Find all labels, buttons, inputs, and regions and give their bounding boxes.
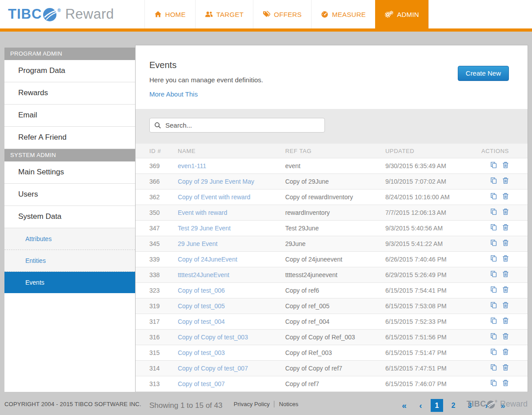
sidebar-item-email[interactable]: Email [4, 105, 135, 127]
sidebar-subitem-attributes[interactable]: Attributes [4, 228, 135, 250]
cell-updated: 6/15/2015 7:53:08 PM [385, 298, 481, 314]
cell-ref-tag: Test 29June [285, 221, 385, 236]
copy-icon[interactable] [490, 161, 497, 169]
copy-icon[interactable] [490, 317, 497, 324]
cell-actions [481, 314, 528, 330]
cell-updated: 9/10/2015 7:07:02 AM [385, 174, 481, 189]
page-subtitle: Here you can manage event definitios. [149, 76, 509, 84]
event-name-link[interactable]: Copy of 24JuneEvent [178, 256, 237, 263]
sidebar-item-refer-a-friend[interactable]: Refer A Friend [4, 127, 135, 149]
footer-logo-reward-text: Reward [500, 399, 528, 409]
cell-actions [481, 189, 528, 205]
cell-name: Copy of test_007 [178, 376, 285, 392]
copy-icon[interactable] [490, 208, 497, 215]
table-row: 362 Copy of Event with reward Copy of re… [136, 189, 528, 205]
cell-name: Copy of Copy of test_003 [178, 330, 285, 345]
sidebar-item-system-data[interactable]: System Data [4, 206, 135, 228]
trash-icon[interactable] [502, 224, 509, 231]
trash-icon[interactable] [502, 364, 509, 371]
event-name-link[interactable]: Copy of test_007 [178, 380, 225, 387]
table-row: 339 Copy of 24JuneEvent Copy of 24juneev… [136, 252, 528, 267]
cell-actions [481, 221, 528, 236]
event-name-link[interactable]: Copy of test_006 [178, 287, 225, 294]
sidebar-item-program-data[interactable]: Program Data [4, 60, 135, 82]
search-input[interactable] [165, 121, 320, 129]
create-new-button[interactable]: Create New [458, 66, 509, 81]
copy-icon[interactable] [490, 333, 497, 340]
trash-icon[interactable] [502, 208, 509, 215]
trash-icon[interactable] [502, 302, 509, 309]
event-name-link[interactable]: Test 29 June Event [178, 225, 231, 232]
nav-tab-label: TARGET [216, 11, 244, 18]
copy-icon[interactable] [490, 364, 497, 371]
cell-name: Copy of test_004 [178, 314, 285, 330]
nav-tab-measure[interactable]: MEASURE [311, 0, 375, 28]
copy-icon[interactable] [490, 348, 497, 355]
sidebar-subitem-events[interactable]: Events [4, 272, 135, 293]
events-panel: Events Here you can manage event definit… [135, 45, 528, 392]
cell-ref-tag: Copy of Copy of Ref_003 [285, 330, 385, 345]
copy-icon[interactable] [490, 224, 497, 231]
column-header-name: NAME [178, 144, 285, 158]
cell-name: Copy of Event with reward [178, 189, 285, 205]
trash-icon[interactable] [502, 379, 509, 387]
event-name-link[interactable]: Copy of 29 June Event May [178, 178, 254, 185]
copy-icon[interactable] [490, 177, 497, 184]
event-name-link[interactable]: Copy of test_005 [178, 302, 225, 310]
trash-icon[interactable] [502, 286, 509, 293]
trash-icon[interactable] [502, 177, 509, 184]
event-name-link[interactable]: Copy of Copy of test_003 [178, 334, 248, 341]
event-name-link[interactable]: ttttest24JuneEvent [178, 271, 229, 278]
trash-icon[interactable] [502, 255, 509, 262]
trash-icon[interactable] [502, 270, 509, 278]
event-name-link[interactable]: Event with reward [178, 209, 227, 216]
event-name-link[interactable]: Copy of test_004 [178, 318, 225, 325]
privacy-policy-link[interactable]: Privacy Policy [234, 401, 270, 407]
notices-link[interactable]: Notices [279, 401, 298, 407]
table-row: 313 Copy of test_007 Copy of ref7 6/15/2… [136, 376, 528, 392]
admin-sidebar: PROGRAM ADMIN Program Data Rewards Email… [4, 48, 135, 392]
copy-icon[interactable] [490, 239, 497, 246]
table-row: 369 even1-111 event 9/30/2015 6:35:49 AM [136, 158, 528, 174]
cell-ref-tag: Copy of ref_005 [285, 298, 385, 314]
gears-icon [385, 11, 393, 18]
nav-tab-home[interactable]: HOME [144, 0, 195, 28]
copy-icon[interactable] [490, 270, 497, 278]
nav-tab-label: ADMIN [397, 11, 419, 18]
trash-icon[interactable] [502, 193, 509, 200]
table-row: 315 Copy of test_003 Copy of Ref_003 6/1… [136, 345, 528, 361]
trash-icon[interactable] [502, 333, 509, 340]
nav-tab-offers[interactable]: OFFERS [253, 0, 311, 28]
cell-updated: 9/30/2015 6:35:49 AM [385, 158, 481, 174]
trash-icon[interactable] [502, 348, 509, 355]
sidebar-item-main-settings[interactable]: Main Settings [4, 161, 135, 184]
trash-icon[interactable] [502, 317, 509, 324]
cell-actions [481, 298, 528, 314]
copy-icon[interactable] [490, 302, 497, 309]
cell-actions [481, 174, 528, 189]
event-name-link[interactable]: Copy of Event with reward [178, 193, 250, 201]
sidebar-subitem-entities[interactable]: Entities [4, 250, 135, 272]
copy-icon[interactable] [490, 255, 497, 262]
event-name-link[interactable]: even1-111 [178, 162, 206, 169]
cell-updated: 6/29/2015 5:26:49 PM [385, 267, 481, 283]
cell-updated: 8/24/2015 10:16:00 AM [385, 189, 481, 205]
sidebar-item-rewards[interactable]: Rewards [4, 82, 135, 105]
event-name-link[interactable]: 29 June Event [178, 240, 218, 247]
copy-icon[interactable] [490, 193, 497, 200]
cell-id: 338 [136, 267, 178, 283]
nav-tab-admin[interactable]: ADMIN [375, 0, 429, 28]
sidebar-item-users[interactable]: Users [4, 184, 135, 206]
tibco-swirl-icon-gray [487, 400, 495, 409]
copy-icon[interactable] [490, 286, 497, 293]
trash-icon[interactable] [502, 239, 509, 246]
cell-name: 29 June Event [178, 236, 285, 252]
more-about-this-link[interactable]: More About This [149, 90, 198, 98]
event-name-link[interactable]: Copy of Copy of test_007 [178, 365, 248, 372]
nav-tab-target[interactable]: TARGET [195, 0, 253, 28]
trash-icon[interactable] [502, 161, 509, 169]
cell-name: Test 29 June Event [178, 221, 285, 236]
copy-icon[interactable] [490, 379, 497, 387]
cell-updated: 6/15/2015 7:52:33 PM [385, 314, 481, 330]
event-name-link[interactable]: Copy of test_003 [178, 349, 225, 356]
